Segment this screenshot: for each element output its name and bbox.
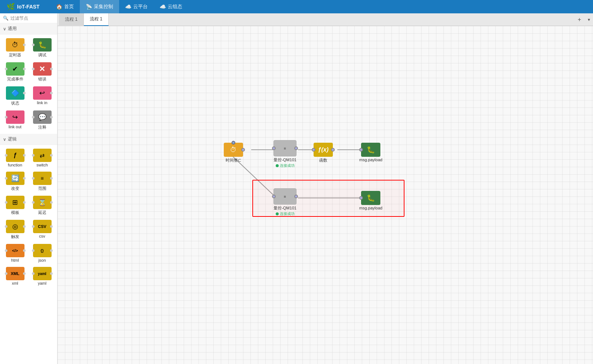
function-label: function — [8, 163, 22, 167]
canvas-node-msgpayload-2[interactable]: 🐛 msg.payload — [359, 191, 382, 210]
range-icon-box: ≡ — [33, 172, 52, 185]
trigger-icon: ◎ — [12, 222, 18, 231]
template-icon-box: ⊞ — [6, 196, 24, 209]
switch-dot-left — [32, 154, 35, 157]
node-xml[interactable]: XML xml — [1, 265, 29, 288]
node-complete-event[interactable]: ✔ 完成事件 — [1, 60, 29, 84]
node-yaml[interactable]: yaml yaml — [29, 265, 56, 288]
error-dot-right — [50, 68, 53, 70]
node-error[interactable]: ✕ 错误 — [29, 60, 56, 84]
linkin-dot-right — [50, 92, 53, 95]
node-linkin[interactable]: ↩ link in — [29, 84, 56, 108]
nav-home-label: 首页 — [64, 3, 74, 10]
debug-icon-box: 🐛 — [33, 38, 52, 52]
nav-cloud-group[interactable]: ☁️ 云组态 — [154, 0, 188, 13]
msgpayload-1-port-left — [359, 148, 363, 152]
content-area: 流程 1 流程 1 + ▾ — [58, 13, 593, 364]
chevron-icon: ∨ — [3, 26, 6, 32]
comment-dot-left — [32, 116, 35, 119]
canvas-node-qm101-2[interactable]: ≡ 量控-QM101 连接成功 — [272, 188, 298, 216]
csv-dot-left — [32, 225, 35, 228]
xml-label: xml — [12, 281, 18, 285]
change-icon: 🔄 — [11, 174, 19, 182]
canvas-node-msgpayload-1[interactable]: 🐛 msg.payload — [359, 143, 382, 162]
xml-dot-right — [23, 272, 26, 275]
linkout-label: link out — [9, 125, 22, 129]
change-dot-right — [23, 177, 26, 180]
node-template[interactable]: ⊞ 模板 — [1, 193, 29, 218]
node-linkout[interactable]: ↪ link out — [1, 108, 29, 132]
top-navbar: 🌿 IoT-FAST 🏠 首页 📡 采集控制 ☁️ 云平台 ☁️ 云组态 — [0, 0, 593, 13]
tab-flow1-active-label: 流程 1 — [90, 16, 102, 22]
node-trigger[interactable]: ◎ 触发 — [1, 218, 29, 242]
html-icon-box: </> — [6, 244, 24, 257]
linkout-icon-box: ↪ — [6, 110, 24, 124]
range-icon: ≡ — [40, 175, 43, 181]
qm101-1-status: 连接成功 — [276, 163, 295, 168]
tab-flow1-active[interactable]: 流程 1 — [84, 13, 109, 26]
nav-cloud[interactable]: ☁️ 云平台 — [119, 0, 154, 13]
node-timer[interactable]: ⏱ 定时器 — [1, 36, 29, 60]
template-dot-right — [23, 201, 26, 204]
yaml-icon: yaml — [38, 272, 46, 276]
json-dot-left — [32, 249, 35, 252]
node-html[interactable]: </> html — [1, 242, 29, 265]
section-common-header[interactable]: ∨ 通用 — [0, 23, 57, 34]
state-icon: 🔷 — [11, 89, 19, 97]
json-icon-box: {} — [33, 244, 52, 257]
switch-icon-box: ⇄ — [33, 149, 52, 162]
timer-canvas-label: 时间整⊂ — [226, 158, 241, 163]
qm101-1-port-right — [294, 146, 298, 150]
section-common-nodes: ⏱ 定时器 🐛 调试 ✔ 完成事件 — [0, 34, 57, 134]
canvas-node-qm101-1[interactable]: ≡ 量控-QM101 连接成功 — [272, 140, 298, 168]
timer-icon-box: ⏱ — [6, 38, 24, 52]
section-logic-header[interactable]: ∨ 逻辑 — [0, 134, 57, 145]
node-range[interactable]: ≡ 范围 — [29, 169, 56, 193]
cloud-group-icon: ☁️ — [160, 4, 166, 10]
comment-label: 注释 — [38, 125, 46, 130]
node-function[interactable]: ƒ function — [1, 146, 29, 169]
node-state[interactable]: 🔷 状态 — [1, 84, 29, 108]
change-dot-left — [5, 177, 7, 180]
node-json[interactable]: {} json — [29, 242, 56, 265]
nav-collect[interactable]: 📡 采集控制 — [80, 0, 119, 13]
html-label: html — [11, 258, 19, 262]
canvas-node-function[interactable]: ƒ(x) 函数 — [314, 143, 333, 163]
flow-canvas[interactable]: ⏱ 时间整⊂ ≡ 量控-QM101 — [58, 26, 593, 364]
tab-add-button[interactable]: + — [574, 16, 585, 23]
node-change[interactable]: 🔄 改变 — [1, 169, 29, 193]
complete-event-label: 完成事件 — [7, 76, 23, 82]
state-label: 状态 — [11, 100, 19, 106]
range-dot-left — [32, 177, 35, 180]
timer-dot-right — [23, 44, 26, 46]
csv-icon-box: CSV — [33, 220, 52, 233]
sidebar-search-bar[interactable]: 🔍 — [0, 13, 57, 23]
function-icon: ƒ — [13, 152, 17, 159]
qm101-2-canvas-icon: ≡ — [284, 195, 286, 199]
node-debug[interactable]: 🐛 调试 — [29, 36, 56, 60]
nav-home[interactable]: 🏠 首页 — [50, 0, 80, 13]
collect-icon: 📡 — [86, 4, 92, 10]
search-input[interactable] — [10, 16, 54, 21]
json-icon: {} — [40, 248, 44, 253]
tab-flow1-inactive[interactable]: 流程 1 — [59, 13, 84, 26]
msgpayload-2-canvas-icon: 🐛 — [367, 194, 375, 202]
debug-icon: 🐛 — [38, 41, 46, 49]
html-dot-right — [23, 249, 26, 252]
node-csv[interactable]: CSV csv — [29, 218, 56, 242]
node-comment[interactable]: 💬 注释 — [29, 108, 56, 132]
template-dot-left — [5, 201, 7, 204]
template-label: 模板 — [11, 210, 19, 215]
node-delay[interactable]: ⌛ 延迟 — [29, 193, 56, 218]
delay-icon: ⌛ — [38, 198, 46, 206]
tab-chevron-button[interactable]: ▾ — [585, 17, 593, 22]
canvas-node-timer[interactable]: ⏱ 时间整⊂ — [224, 143, 243, 163]
csv-dot-right — [50, 225, 53, 228]
msgpayload-2-canvas-label: msg.payload — [359, 206, 382, 210]
function-dot-left — [5, 154, 7, 157]
section-logic-nodes: ƒ function ⇄ switch 🔄 — [0, 145, 57, 289]
linkout-dot-left — [5, 116, 7, 119]
change-label: 改变 — [11, 186, 19, 191]
node-switch[interactable]: ⇄ switch — [29, 146, 56, 169]
xml-icon: XML — [11, 271, 19, 276]
